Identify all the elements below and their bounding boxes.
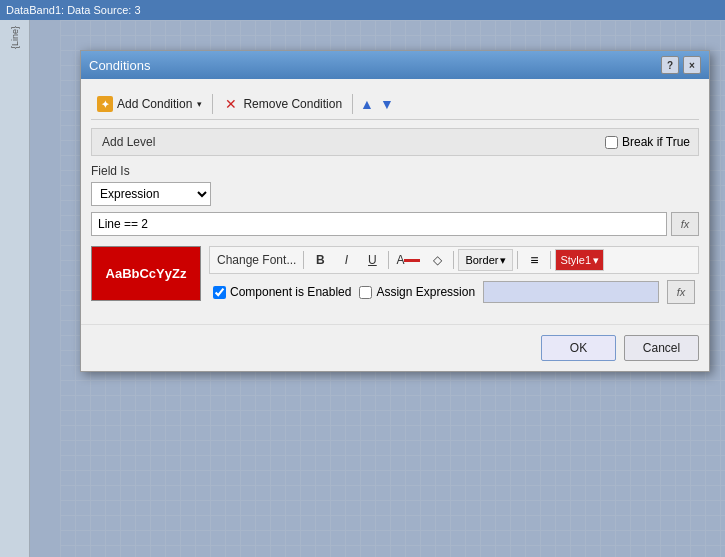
ok-button[interactable]: OK [541, 335, 616, 361]
toolbar-separator-1 [212, 94, 213, 114]
break-if-true-label: Break if True [622, 135, 690, 149]
fmt-sep-4 [517, 251, 518, 269]
move-up-button[interactable]: ▲ [357, 94, 377, 114]
format-toolbar: Change Font... B I U A ◇ [209, 246, 699, 306]
format-section: AaBbCcYyZz Change Font... B I U [91, 246, 699, 306]
move-down-button[interactable]: ▼ [377, 94, 397, 114]
toolbar-separator-2 [352, 94, 353, 114]
expression-fx-button[interactable]: fx [671, 212, 699, 236]
add-condition-icon: ✦ [97, 96, 113, 112]
change-font-button[interactable]: Change Font... [214, 249, 299, 271]
font-color-button[interactable]: A [393, 249, 423, 271]
border-dropdown-arrow: ▾ [500, 254, 506, 267]
expression-input[interactable] [91, 212, 667, 236]
preview-box: AaBbCcYyZz [91, 246, 201, 301]
add-condition-dropdown-arrow: ▾ [197, 99, 202, 109]
remove-condition-button[interactable]: ✕ Remove Condition [217, 93, 348, 115]
close-button[interactable]: × [683, 56, 701, 74]
level-bar[interactable]: Add Level Break if True [91, 128, 699, 156]
assign-expression-item: Assign Expression [359, 285, 475, 299]
break-if-true-section: Break if True [597, 135, 698, 149]
expression-row: fx [91, 212, 699, 236]
dialog-title-buttons: ? × [661, 56, 701, 74]
content-area: Conditions ? × ✦ Add Condition ▾ [30, 20, 725, 557]
style-label: Style1 [560, 254, 591, 266]
dialog-title: Conditions [89, 58, 150, 73]
dialog-title-bar: Conditions ? × [81, 51, 709, 79]
conditions-dialog: Conditions ? × ✦ Add Condition ▾ [80, 50, 710, 372]
assign-fx-button[interactable]: fx [667, 280, 695, 304]
fill-color-button[interactable]: ◇ [425, 249, 449, 271]
font-color-swatch [404, 259, 420, 262]
break-if-true-checkbox[interactable] [605, 136, 618, 149]
fmt-sep-3 [453, 251, 454, 269]
dialog-body: ✦ Add Condition ▾ ✕ Remove Condition ▲ ▼ [81, 79, 709, 324]
ruler-label: {Line} [10, 26, 20, 49]
field-select-row: Expression Value Property [91, 182, 699, 206]
format-toolbar-row2: Component is Enabled Assign Expression f… [209, 278, 699, 306]
help-button[interactable]: ? [661, 56, 679, 74]
list-button[interactable]: ≡ [522, 249, 546, 271]
style-dropdown-arrow: ▾ [593, 254, 599, 267]
level-label: Add Level [92, 135, 597, 149]
left-ruler: {Line} [0, 20, 30, 557]
bold-button[interactable]: B [308, 249, 332, 271]
conditions-toolbar: ✦ Add Condition ▾ ✕ Remove Condition ▲ ▼ [91, 89, 699, 120]
remove-condition-icon: ✕ [223, 96, 239, 112]
assign-expression-input[interactable] [483, 281, 659, 303]
italic-button[interactable]: I [334, 249, 358, 271]
style-dropdown[interactable]: Style1 ▾ [555, 249, 604, 271]
border-button[interactable]: Border ▾ [458, 249, 513, 271]
app-title: DataBand1: Data Source: 3 [6, 4, 141, 16]
component-enabled-checkbox[interactable] [213, 286, 226, 299]
add-condition-button[interactable]: ✦ Add Condition ▾ [91, 93, 208, 115]
fmt-sep-2 [388, 251, 389, 269]
format-toolbar-row1: Change Font... B I U A ◇ [209, 246, 699, 274]
fmt-sep-5 [550, 251, 551, 269]
field-is-label: Field Is [91, 164, 699, 178]
assign-expression-checkbox[interactable] [359, 286, 372, 299]
underline-button[interactable]: U [360, 249, 384, 271]
app-title-bar: DataBand1: Data Source: 3 [0, 0, 725, 20]
cancel-button[interactable]: Cancel [624, 335, 699, 361]
assign-expression-label: Assign Expression [376, 285, 475, 299]
component-enabled-label: Component is Enabled [230, 285, 351, 299]
dialog-footer: OK Cancel [81, 324, 709, 371]
fmt-sep-1 [303, 251, 304, 269]
preview-text: AaBbCcYyZz [106, 266, 187, 281]
field-select[interactable]: Expression Value Property [91, 182, 211, 206]
component-enabled-item: Component is Enabled [213, 285, 351, 299]
